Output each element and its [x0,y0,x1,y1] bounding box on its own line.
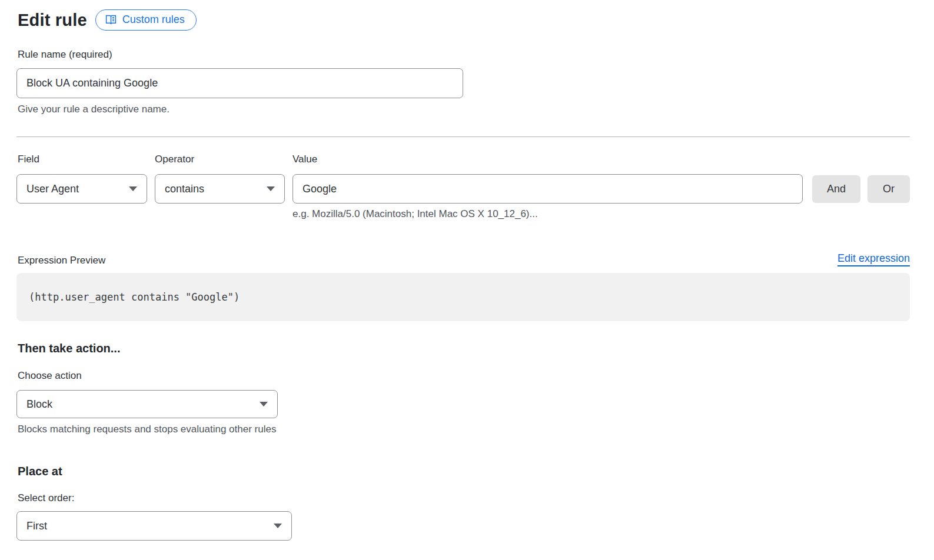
value-label: Value [293,154,317,165]
expression-code: (http.user_agent contains "Google") [29,291,240,303]
caret-down-icon [274,524,282,528]
rule-name-label: Rule name (required) [18,49,112,60]
action-select[interactable]: Block [16,390,278,418]
operator-label: Operator [155,154,293,165]
rule-name-helper: Give your rule a descriptive name. [18,104,910,115]
choose-action-label: Choose action [18,370,910,382]
operator-select-value: contains [165,183,204,195]
expression-preview-box: (http.user_agent contains "Google") [16,273,910,321]
action-helper: Blocks matching requests and stops evalu… [18,424,910,435]
page-title: Edit rule [18,11,87,30]
rule-name-section: Rule name (required) Give your rule a de… [16,49,910,115]
select-order-label: Select order: [18,492,910,504]
custom-rules-button-label: Custom rules [122,14,185,26]
caret-down-icon [129,186,137,191]
field-label: Field [18,154,155,165]
action-select-value: Block [26,398,52,411]
and-button[interactable]: And [812,175,860,203]
action-heading: Then take action... [18,342,910,355]
expression-builder-labels: Field Operator Value [18,154,910,165]
open-book-icon [105,14,117,26]
action-section: Then take action... Choose action Block … [16,342,910,435]
caret-down-icon [260,402,268,406]
rule-name-input[interactable] [16,68,463,98]
operator-select[interactable]: contains [155,174,285,204]
caret-down-icon [267,186,275,191]
expression-preview-header: Expression Preview Edit expression [16,252,910,266]
edit-rule-page: Edit rule Custom rules Rule name (requir… [0,0,910,541]
field-select-value: User Agent [26,183,79,195]
place-at-heading: Place at [18,465,910,478]
expression-preview-label: Expression Preview [18,255,105,266]
order-select[interactable]: First [16,511,292,541]
value-input[interactable] [293,174,803,204]
or-button[interactable]: Or [867,175,910,203]
section-divider [16,136,910,137]
value-helper: e.g. Mozilla/5.0 (Macintosh; Intel Mac O… [293,208,910,220]
order-select-value: First [26,520,47,532]
edit-expression-link[interactable]: Edit expression [837,252,910,266]
placement-section: Place at Select order: First [16,465,910,541]
page-header: Edit rule Custom rules [18,9,910,31]
field-select[interactable]: User Agent [16,174,147,204]
custom-rules-button[interactable]: Custom rules [95,9,197,31]
expression-builder-row: User Agent contains And Or [16,174,910,204]
